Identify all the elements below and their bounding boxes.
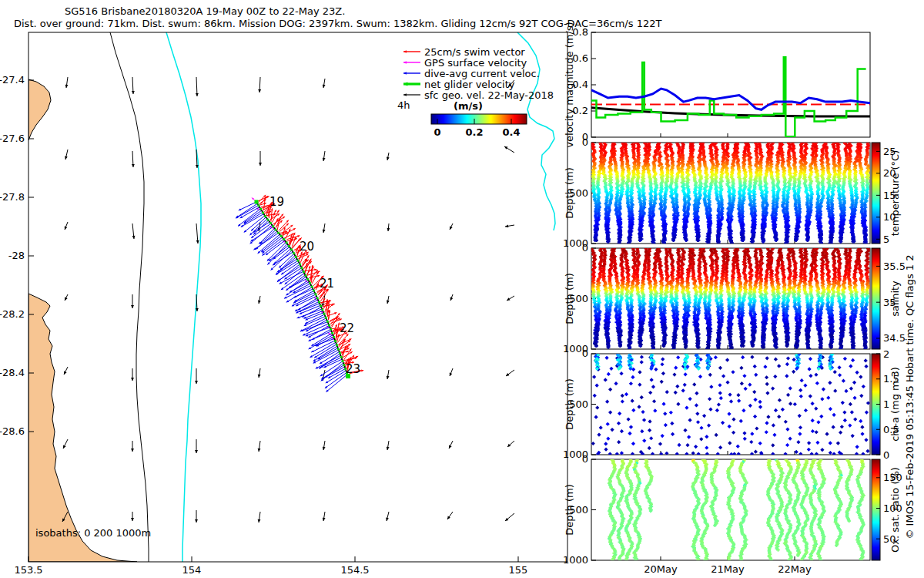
geostrophic-velocity-arrow — [507, 296, 514, 301]
net-glider-velocity-mark — [267, 219, 270, 221]
geostrophic-velocity-arrow — [195, 439, 198, 453]
net-glider-velocity-mark — [303, 271, 305, 273]
salinity-scatter-canvas — [591, 248, 870, 349]
net-glider-velocity-mark — [315, 294, 317, 296]
dive-number-label: 22 — [340, 321, 354, 335]
map-x-tick-label: 155 — [509, 564, 528, 576]
legend-item-label: dive-avg current veloc. — [424, 68, 540, 79]
net-glider-velocity-mark — [257, 204, 259, 207]
net-glider-velocity-mark — [311, 286, 313, 288]
panel-border — [591, 32, 870, 137]
geostrophic-velocity-arrow — [323, 441, 326, 450]
legend-arrow — [403, 50, 420, 53]
geostrophic-velocity-arrow — [196, 223, 199, 244]
panel-y-axis-label: Depth (m) — [564, 273, 575, 324]
net-glider-velocity-mark — [299, 264, 301, 266]
net-glider-velocity-mark — [340, 356, 343, 358]
map-x-tick-label: 154 — [182, 564, 202, 576]
map-plot-area — [28, 32, 555, 562]
panel-y-tick-label: 0 — [582, 453, 588, 465]
dive-avg-current-arrow — [320, 358, 341, 368]
net-glider-velocity-mark — [259, 208, 262, 210]
geostrophic-velocity-arrow — [132, 223, 136, 239]
map-y-tick-label: -28.2 — [0, 308, 25, 320]
swim-vector-arrow — [305, 263, 308, 274]
net-glider-velocity-mark — [306, 278, 309, 281]
coastline-land — [28, 79, 51, 140]
geostrophic-velocity-arrow — [196, 77, 199, 96]
geostrophic-velocity-arrow — [258, 296, 261, 304]
net-glider-velocity-mark — [336, 344, 338, 346]
geostrophic-velocity-arrow — [131, 512, 134, 521]
geostrophic-velocity-arrow — [387, 223, 390, 231]
map-y-tick-label: -27.8 — [0, 191, 25, 203]
geostrophic-velocity-arrow — [450, 294, 454, 301]
net-glider-velocity-mark — [277, 232, 280, 234]
legend-colorbar-tick-label: 0 — [434, 126, 440, 138]
net-glider-velocity-mark — [333, 336, 335, 338]
panel-y-tick-label: 0 — [582, 242, 588, 254]
geostrophic-velocity-arrow — [387, 153, 390, 160]
net-glider-velocity-mark — [330, 328, 332, 331]
panel-y-axis-label: Depth (m) — [564, 167, 575, 219]
legend-item-label: 25cm/s swim vector — [424, 46, 525, 58]
geostrophic-velocity-arrow — [258, 368, 261, 378]
colorbar-tick-label: 35.5 — [883, 260, 906, 272]
geostrophic-velocity-arrow — [323, 223, 326, 233]
geostrophic-velocity-arrow — [505, 224, 514, 227]
net-glider-velocity-mark — [305, 274, 307, 277]
net-glider-velocity-mark — [295, 256, 297, 258]
net-glider-velocity-mark — [293, 252, 295, 254]
geostrophic-velocity-arrow — [259, 151, 262, 166]
colorbar-unit-label: Ox. sat. ratio (%) — [889, 467, 901, 553]
net-glider-velocity-mark — [288, 245, 290, 247]
colorbar-unit-label: chl-a (mg m-3) — [889, 367, 901, 442]
colorbar-unit-label: salinity — [889, 281, 901, 317]
net-glider-velocity-mark — [343, 364, 345, 366]
net-glider-velocity-mark — [313, 290, 315, 292]
net-glider-velocity-mark — [326, 321, 329, 323]
geostrophic-velocity-arrow — [131, 441, 134, 452]
legend-colorbar-title: (m/s) — [454, 100, 483, 112]
time-tick-label: 21May — [711, 563, 745, 575]
imos-credit: © IMOS 15-Feb-2019 05:13:45 Hobart time.… — [904, 254, 916, 539]
net-glider-velocity-mark — [290, 249, 293, 251]
net-glider-velocity-mark — [297, 260, 300, 262]
map-y-tick-label: -28 — [8, 250, 25, 261]
map-y-tick-label: -28.6 — [0, 425, 25, 437]
glider-mission-dashboard: SG516 Brisbane20180320A 19-May 00Z to 22… — [0, 0, 924, 578]
geostrophic-velocity-arrow — [63, 439, 68, 449]
net-glider-velocity-mark — [334, 340, 336, 342]
time-tick-label: 20May — [644, 563, 678, 575]
net-glider-velocity-mark — [331, 332, 333, 334]
geostrophic-velocity-arrow — [258, 77, 261, 92]
net-glider-velocity-mark — [309, 282, 311, 284]
dive-avg-current-arrow — [326, 371, 346, 383]
net-glider-velocity-mark — [283, 238, 285, 240]
panel-y-axis-label: Depth (m) — [564, 484, 575, 536]
geostrophic-velocity-arrow — [387, 370, 390, 379]
coastline-land — [28, 294, 137, 562]
geostrophic-velocity-arrow — [131, 294, 134, 308]
geostrophic-velocity-arrow — [504, 146, 514, 153]
dive-avg-current-arrow — [274, 249, 291, 264]
geostrophic-velocity-arrow — [507, 441, 514, 447]
legend-colorbar-tick-label: 0.4 — [502, 126, 520, 138]
net-glider-velocity-mark — [325, 317, 327, 319]
temperature-colorbar — [872, 143, 880, 244]
dive-number-label: 20 — [300, 240, 314, 254]
dive-number-label: 19 — [270, 195, 284, 209]
geostrophic-velocity-arrow — [132, 77, 135, 94]
legend-item-label: sfc geo. vel. 22-May-2018 — [424, 89, 554, 101]
geostrophic-velocity-arrow — [65, 77, 69, 88]
geostrophic-velocity-arrow — [387, 441, 390, 450]
track-start-marker — [255, 200, 259, 204]
geostrophic-velocity-arrow — [64, 367, 68, 375]
geostrophic-velocity-arrow — [450, 368, 453, 376]
net-glider-velocity-mark — [318, 301, 320, 304]
net-glider-velocity-mark — [328, 324, 330, 327]
isobath-note: isobaths: 0 200 1000m — [35, 527, 151, 539]
dive-avg-current-arrow — [309, 335, 333, 350]
geostrophic-velocity-arrow — [323, 151, 326, 161]
geostrophic-velocity-arrow — [323, 512, 326, 521]
